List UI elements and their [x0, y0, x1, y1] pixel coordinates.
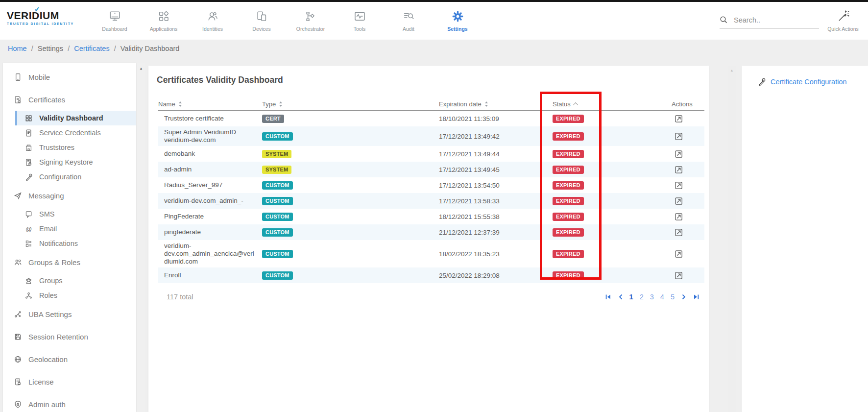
export-icon[interactable]	[675, 213, 683, 221]
table-row: veridium-dev.com_admin_- CUSTOM 17/12/20…	[158, 193, 704, 209]
first-page-icon[interactable]	[605, 294, 611, 300]
devices-icon	[255, 8, 268, 24]
sidebar-item-signing-keystore[interactable]: Signing Keystore	[15, 155, 136, 170]
sidebar-item-groups-roles[interactable]: Groups & Roles	[3, 255, 136, 269]
veridium-logo: VERIDIUM✔ TRUSTED DIGITAL IDENTITY	[7, 10, 85, 25]
page-number[interactable]: 1	[629, 293, 633, 301]
column-header-name[interactable]: Name	[158, 100, 262, 108]
export-icon[interactable]	[675, 181, 683, 190]
sidebar-item-roles[interactable]: Roles	[15, 288, 136, 303]
identities-icon	[206, 8, 219, 24]
export-icon[interactable]	[675, 271, 683, 280]
sidebar-item-service-credentials[interactable]: Service Credentials	[15, 125, 136, 140]
sort-icon	[485, 101, 488, 107]
settings-gear-icon	[451, 8, 464, 24]
nav-item-dashboard[interactable]: Dashboard	[90, 8, 139, 32]
scroll-up-icon[interactable]: ▲	[728, 66, 736, 72]
page-number[interactable]: 3	[650, 293, 654, 301]
column-header-expiration[interactable]: Expiration date	[439, 100, 553, 108]
total-count: 117 total	[167, 293, 193, 301]
document-lock-icon	[24, 158, 33, 167]
right-panel: Certificate Configuration	[742, 66, 868, 412]
dashboard-icon	[108, 8, 121, 24]
license-doc-lock-icon	[14, 378, 22, 386]
global-search	[720, 12, 819, 28]
table-footer: 117 total 1 2 3 4 5	[167, 293, 699, 301]
content-scrollbar[interactable]: ▲	[728, 66, 736, 412]
sidebar-item-truststores[interactable]: Truststores	[15, 140, 136, 155]
nav-item-applications[interactable]: Applications	[139, 8, 188, 32]
nav-item-tools[interactable]: Tools	[335, 8, 384, 32]
breadcrumb-current: Validity Dashboard	[121, 45, 180, 52]
search-input[interactable]	[734, 16, 812, 24]
export-icon[interactable]	[675, 150, 683, 158]
breadcrumb-settings: Settings	[38, 45, 63, 52]
sidebar-item-certificates[interactable]: Certificates	[3, 92, 136, 107]
type-badge: SYSTEM	[262, 150, 291, 158]
type-badge: CERT	[262, 115, 284, 123]
page-number[interactable]: 5	[671, 293, 675, 301]
sidebar-item-session-retention[interactable]: Session Retention	[3, 329, 136, 344]
column-header-status[interactable]: Status	[553, 100, 672, 108]
cert-name: demobank	[158, 148, 262, 160]
sidebar-item-groups[interactable]: Groups	[15, 273, 136, 288]
prev-page-icon[interactable]	[618, 294, 623, 300]
app-header: VERIDIUM✔ TRUSTED DIGITAL IDENTITY Dashb…	[0, 2, 868, 40]
export-icon[interactable]	[675, 250, 683, 258]
grid-icon	[24, 114, 33, 122]
sidebar-item-mobile[interactable]: Mobile	[3, 70, 136, 84]
pagination: 1 2 3 4 5	[598, 293, 699, 301]
wrench-icon	[24, 173, 33, 181]
next-page-icon[interactable]	[681, 294, 686, 300]
breadcrumb-certificates[interactable]: Certificates	[74, 45, 110, 52]
audit-icon	[402, 8, 415, 24]
breadcrumb-separator: /	[68, 45, 70, 52]
sidebar-item-license[interactable]: License	[3, 374, 136, 389]
sidebar-item-configuration[interactable]: Configuration	[15, 170, 136, 184]
certificate-configuration-link[interactable]: Certificate Configuration	[757, 77, 868, 86]
breadcrumb-home[interactable]: Home	[8, 45, 27, 52]
sidebar-item-uba-settings[interactable]: UBA Settings	[3, 307, 136, 321]
search-icon	[720, 16, 728, 24]
type-badge: CUSTOM	[262, 213, 293, 221]
expiration-date: 25/02/2022 18:29:08	[439, 272, 553, 279]
document-icon	[24, 129, 33, 137]
sort-icon	[279, 101, 282, 107]
last-page-icon[interactable]	[693, 294, 699, 300]
scroll-up-icon[interactable]: ▲	[137, 63, 145, 70]
cert-name: ad-admin	[158, 164, 262, 175]
export-icon[interactable]	[675, 228, 683, 237]
sidebar-item-geolocation[interactable]: Geolocation	[3, 352, 136, 366]
sidebar-item-sms[interactable]: SMS	[15, 207, 136, 221]
sidebar-item-email[interactable]: @ Email	[15, 221, 136, 236]
export-icon[interactable]	[675, 197, 683, 205]
expiration-date: 17/12/2021 13:58:33	[439, 197, 553, 205]
sidebar-scrollbar[interactable]: ▲	[137, 63, 145, 412]
quick-actions-button[interactable]: Quick Actions	[822, 8, 864, 32]
export-icon[interactable]	[675, 115, 683, 123]
mobile-icon	[14, 73, 22, 81]
sidebar-item-notifications[interactable]: Notifications	[15, 236, 136, 251]
column-header-type[interactable]: Type	[262, 100, 439, 108]
nav-item-devices[interactable]: Devices	[237, 8, 286, 32]
status-badge: EXPIRED	[553, 250, 584, 258]
breadcrumb-separator: /	[114, 45, 116, 52]
logo-check-icon: ✔	[34, 5, 41, 13]
nav-item-identities[interactable]: Identities	[188, 8, 237, 32]
nav-item-audit[interactable]: Audit	[384, 8, 433, 32]
sidebar-item-admin-auth[interactable]: Admin auth	[3, 397, 136, 412]
status-badge: EXPIRED	[553, 228, 584, 237]
export-icon[interactable]	[675, 166, 683, 174]
type-badge: CUSTOM	[262, 250, 293, 258]
truststore-box-icon	[24, 144, 33, 152]
export-icon[interactable]	[675, 132, 683, 141]
type-badge: CUSTOM	[262, 228, 293, 237]
sidebar-item-validity-dashboard[interactable]: Validity Dashboard	[15, 111, 136, 125]
sidebar-item-messaging[interactable]: Messaging	[3, 188, 136, 203]
expiration-date: 18/12/2021 15:55:38	[439, 213, 553, 220]
page-number[interactable]: 4	[660, 293, 664, 301]
nav-item-orchestrator[interactable]: Orchestrator	[286, 8, 335, 32]
page-number[interactable]: 2	[640, 293, 644, 301]
certificate-icon	[14, 96, 22, 104]
nav-item-settings[interactable]: Settings	[433, 8, 482, 32]
